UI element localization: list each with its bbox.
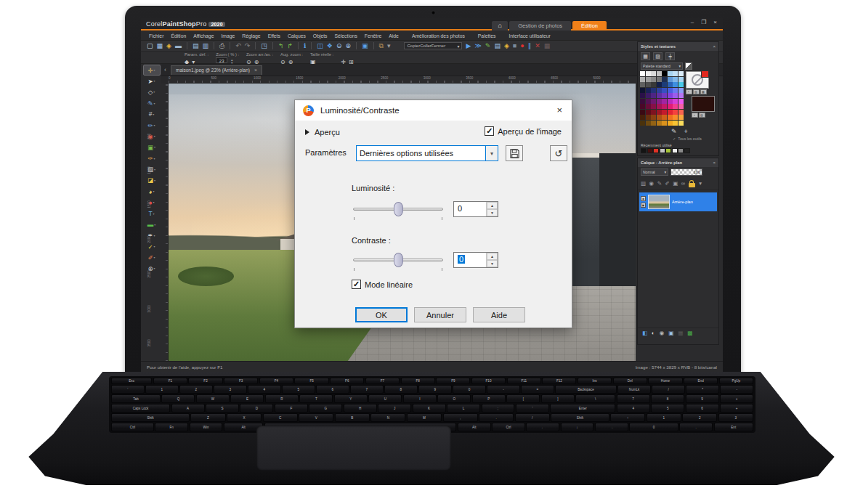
document-tab-close-icon[interactable]: ×	[254, 68, 257, 73]
recent-swatch[interactable]	[684, 148, 690, 153]
key-+[interactable]: +	[720, 404, 753, 412]
resize-icon[interactable]: ◳	[261, 41, 267, 51]
menu-item-5[interactable]: Effets	[264, 33, 284, 38]
palette-swatch[interactable]	[646, 99, 651, 104]
palette-swatch[interactable]	[678, 104, 684, 109]
key-U[interactable]: U	[368, 394, 402, 403]
palette-swatch[interactable]	[662, 115, 667, 120]
palette-swatch[interactable]	[668, 71, 673, 76]
palette-swatch[interactable]	[662, 93, 667, 98]
key-7[interactable]: 7	[350, 385, 384, 394]
opacity-slider[interactable]: 100	[670, 168, 702, 176]
key-0[interactable]: 0	[629, 423, 678, 431]
keyboard[interactable]: EscF1F2F3F4F5F6F7F8F9F10F11F12InsDelHome…	[109, 376, 755, 433]
fit-window-icon[interactable]: ◫	[317, 41, 323, 51]
preview-icon[interactable]: ▣	[362, 41, 368, 51]
palette-swatch[interactable]	[662, 121, 667, 126]
key-/[interactable]: /	[652, 385, 685, 394]
zoom-out-icon[interactable]: ⊖	[336, 41, 342, 51]
key-F5[interactable]: F5	[294, 378, 328, 384]
key-V[interactable]: V	[299, 413, 333, 422]
record-script-icon[interactable]: ●	[520, 41, 524, 51]
new-layer-icon[interactable]: ◧	[642, 330, 647, 336]
pick-tool[interactable]: ➤▾	[143, 76, 161, 86]
recent-swatch[interactable]	[653, 148, 659, 153]
bg-color-button[interactable]: ▪	[692, 113, 698, 118]
key-Ent[interactable]: Ent	[714, 423, 754, 431]
palette-swatch[interactable]	[640, 71, 645, 76]
palette-swatch[interactable]	[646, 115, 651, 120]
menu-item-8[interactable]: Sélections	[331, 33, 361, 38]
key-F11[interactable]: F11	[507, 378, 541, 384]
contrast-slider[interactable]	[353, 253, 443, 267]
background-swatch[interactable]	[692, 96, 715, 112]
key-Backspace[interactable]: Backspace	[555, 385, 617, 394]
layer-link-icon[interactable]: ∞	[681, 180, 685, 187]
minimize-button[interactable]: –	[691, 19, 694, 25]
key-F3[interactable]: F3	[224, 378, 258, 384]
save-record-icon[interactable]: ▦	[544, 41, 551, 51]
palette-swatch[interactable]	[640, 104, 645, 109]
layer-mask-icon[interactable]: ▣	[673, 180, 678, 187]
palette-swatch[interactable]	[657, 77, 662, 82]
key-F1[interactable]: F1	[153, 378, 187, 384]
key-Fn[interactable]: Fn	[155, 423, 188, 431]
key-A[interactable]: A	[171, 404, 205, 412]
key-K[interactable]: K	[413, 404, 446, 412]
home-tab[interactable]: ⌂	[492, 21, 508, 31]
layer-visible-icon[interactable]: ◉	[641, 196, 646, 201]
key-`[interactable]: `	[111, 385, 145, 394]
palette-swatch[interactable]	[646, 93, 651, 98]
palette-swatch[interactable]	[673, 88, 678, 93]
layer-edit-icon[interactable]: ✎	[657, 180, 662, 187]
palette-swatch[interactable]	[651, 71, 656, 76]
redo-history-icon[interactable]: ↱	[287, 41, 293, 51]
menu-item-2[interactable]: Affichage	[190, 33, 217, 38]
contrast-spinbox[interactable]: 0 ▲ ▼	[453, 252, 498, 268]
key-5[interactable]: 5	[282, 385, 315, 394]
palette-swatch[interactable]	[668, 77, 673, 82]
key-8[interactable]: 8	[651, 394, 684, 403]
recent-swatch[interactable]	[678, 148, 684, 153]
script-output-icon[interactable]: ▤	[494, 41, 501, 51]
key-I[interactable]: I	[403, 394, 437, 403]
key-=[interactable]: =	[521, 385, 554, 394]
palette-swatch[interactable]	[673, 71, 678, 76]
browse-icon[interactable]: ▦	[157, 41, 163, 51]
palette-swatch[interactable]	[662, 99, 667, 104]
key-4[interactable]: 4	[248, 385, 281, 394]
menu-item-9[interactable]: Fenêtre	[361, 33, 385, 38]
key-,[interactable]: ,	[443, 413, 478, 422]
workspace-tab-edition[interactable]: Édition	[572, 21, 607, 31]
layer-brush-icon[interactable]: ✐	[665, 180, 669, 187]
palette-swatch[interactable]	[673, 110, 678, 115]
key-F12[interactable]: F12	[542, 378, 576, 384]
palette-swatch[interactable]	[640, 121, 645, 126]
pause-script-icon[interactable]: ∥	[528, 41, 532, 51]
key-0[interactable]: 0	[453, 385, 486, 394]
key-Q[interactable]: Q	[161, 394, 195, 403]
key-B[interactable]: B	[335, 413, 370, 422]
save-icon[interactable]: ▤	[193, 41, 199, 51]
key-Del[interactable]: Del	[613, 378, 647, 384]
info-icon[interactable]: ℹ	[304, 41, 306, 51]
palette-swatch[interactable]	[651, 99, 656, 104]
menu-item-0[interactable]: Fichier	[145, 33, 167, 38]
materials-panel-close-icon[interactable]: ×	[713, 44, 716, 49]
zoom-percent-value[interactable]: 23	[216, 57, 227, 63]
palette-swatch[interactable]	[673, 121, 678, 126]
swatches-view-icon[interactable]: ▦	[641, 52, 650, 60]
key-9[interactable]: 9	[418, 385, 452, 394]
key-Esc[interactable]: Esc	[111, 378, 152, 384]
key-[[interactable]: [	[506, 394, 540, 403]
key-.[interactable]: .	[679, 423, 713, 431]
key-Win[interactable]: Win	[190, 423, 223, 431]
undo-icon[interactable]: ↶	[235, 41, 241, 51]
restore-button[interactable]: ❐	[701, 19, 706, 25]
palette-swatch[interactable]	[678, 71, 684, 76]
brightness-value[interactable]: 0	[454, 202, 486, 216]
recent-swatch[interactable]	[641, 148, 647, 153]
spin-up-icon[interactable]: ▲	[487, 253, 498, 260]
new-file-icon[interactable]: ▢	[147, 41, 153, 51]
palettes-icon[interactable]: ⧉	[379, 41, 384, 51]
